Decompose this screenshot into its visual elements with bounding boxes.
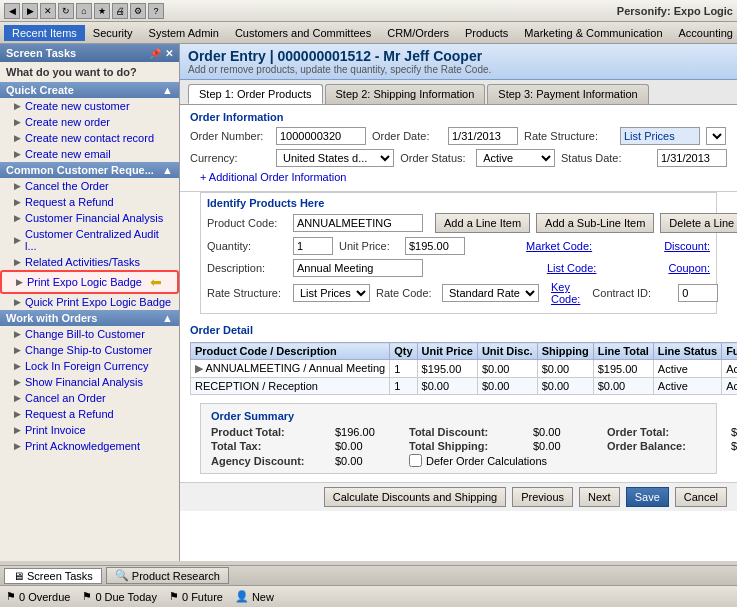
menu-system-admin[interactable]: System Admin (141, 25, 227, 41)
description-input[interactable] (293, 259, 423, 277)
menu-accounting[interactable]: Accounting (671, 25, 737, 41)
sidebar-item-financial-analysis[interactable]: ▶ Customer Financial Analysis (0, 210, 179, 226)
work-orders-collapse-icon[interactable]: ▲ (162, 312, 173, 324)
key-code-link[interactable]: Key Code: (551, 281, 580, 305)
bottom-tab-product-research-label: Product Research (132, 570, 220, 582)
defer-order-label: Defer Order Calculations (426, 455, 547, 467)
order-date-input[interactable] (448, 127, 518, 145)
save-button[interactable]: Save (626, 487, 669, 507)
status-date-input[interactable] (657, 149, 727, 167)
sidebar-item-print-expo-badge[interactable]: ▶ Print Expo Logic Badge ⬅ (0, 270, 179, 294)
defer-order-checkbox[interactable] (409, 454, 422, 467)
bottom-tab-screen-tasks-label: Screen Tasks (27, 570, 93, 582)
person-icon: 👤 (235, 590, 249, 603)
sidebar-item-create-order[interactable]: ▶ Create new order (0, 114, 179, 130)
common-requests-collapse-icon[interactable]: ▲ (162, 164, 173, 176)
discount-link[interactable]: Discount: (664, 240, 710, 252)
stop-icon[interactable]: ✕ (40, 3, 56, 19)
additional-order-info-link[interactable]: + Additional Order Information (200, 171, 717, 183)
currency-select[interactable]: United States d... (276, 149, 394, 167)
sidebar-item-label: Customer Financial Analysis (25, 212, 163, 224)
add-sub-line-item-button[interactable]: Add a Sub-Line Item (536, 213, 654, 233)
sidebar-item-label: Customer Centralized Audit l... (25, 228, 173, 252)
next-button[interactable]: Next (579, 487, 620, 507)
back-icon[interactable]: ◀ (4, 3, 20, 19)
favorites-icon[interactable]: ★ (94, 3, 110, 19)
sidebar-item-label: Show Financial Analysis (25, 376, 143, 388)
menu-crm[interactable]: CRM/Orders (379, 25, 457, 41)
print-icon[interactable]: 🖨 (112, 3, 128, 19)
sidebar-item-label: Cancel an Order (25, 392, 106, 404)
rate-structure-select[interactable]: List Prices (293, 284, 370, 302)
sidebar-item-print-invoice[interactable]: ▶ Print Invoice (0, 422, 179, 438)
home-icon[interactable]: ⌂ (76, 3, 92, 19)
contract-id-input[interactable] (678, 284, 718, 302)
forward-icon[interactable]: ▶ (22, 3, 38, 19)
bottom-tab-screen-tasks[interactable]: 🖥 Screen Tasks (4, 568, 102, 584)
total-tax-value: $0.00 (335, 440, 405, 452)
unit-price-input[interactable] (405, 237, 465, 255)
row1-unit-disc: $0.00 (477, 360, 537, 378)
menu-products[interactable]: Products (457, 25, 516, 41)
rate-structure-dropdown[interactable]: ▼ (706, 127, 726, 145)
sidebar-item-change-shipto[interactable]: ▶ Change Ship-to Customer (0, 342, 179, 358)
table-row[interactable]: RECEPTION / Reception 1 $0.00 $0.00 $0.0… (191, 378, 738, 395)
bottom-tab-product-research[interactable]: 🔍 Product Research (106, 567, 229, 584)
rate-code-label: Rate Code: (376, 287, 436, 299)
menu-security[interactable]: Security (85, 25, 141, 41)
rate-structure-input[interactable] (620, 127, 700, 145)
sidebar-item-create-contact[interactable]: ▶ Create new contact record (0, 130, 179, 146)
sidebar-item-request-refund2[interactable]: ▶ Request a Refund (0, 406, 179, 422)
menu-marketing[interactable]: Marketing & Communication (516, 25, 670, 41)
sidebar-item-create-email[interactable]: ▶ Create new email (0, 146, 179, 162)
order-detail-wrapper: Order Detail Product Code / Description … (180, 322, 737, 399)
sidebar-item-print-acknowledgement[interactable]: ▶ Print Acknowledgement (0, 438, 179, 454)
menu-customers[interactable]: Customers and Committees (227, 25, 379, 41)
sidebar-pin-icon[interactable]: 📌 (149, 48, 161, 59)
sidebar-item-lock-foreign[interactable]: ▶ Lock In Foreign Currency (0, 358, 179, 374)
row2-product: RECEPTION / Reception (191, 378, 390, 395)
overdue-label: 0 Overdue (19, 591, 70, 603)
sidebar-item-cancel-an-order[interactable]: ▶ Cancel an Order (0, 390, 179, 406)
calculate-button[interactable]: Calculate Discounts and Shipping (324, 487, 507, 507)
sidebar-item-cancel-order[interactable]: ▶ Cancel the Order (0, 178, 179, 194)
sidebar-item-label: Lock In Foreign Currency (25, 360, 149, 372)
rate-code-select[interactable]: Standard Rate (442, 284, 539, 302)
sidebar-item-quick-print-expo[interactable]: ▶ Quick Print Expo Logic Badge (0, 294, 179, 310)
product-code-input[interactable] (293, 214, 423, 232)
tab-shipping[interactable]: Step 2: Shipping Information (325, 84, 486, 104)
sidebar-close-icon[interactable]: ✕ (165, 48, 173, 59)
table-row[interactable]: ▶ ANNUALMEETING / Annual Meeting 1 $195.… (191, 360, 738, 378)
sidebar-item-centralized-audit[interactable]: ▶ Customer Centralized Audit l... (0, 226, 179, 254)
arrow-icon: ▶ (14, 257, 21, 267)
sidebar-item-related-activities[interactable]: ▶ Related Activities/Tasks (0, 254, 179, 270)
quantity-input[interactable] (293, 237, 333, 255)
settings-icon[interactable]: ⚙ (130, 3, 146, 19)
row2-line-total: $0.00 (593, 378, 653, 395)
previous-button[interactable]: Previous (512, 487, 573, 507)
add-line-item-button[interactable]: Add a Line Item (435, 213, 530, 233)
page-subtitle: Add or remove products, update the quant… (188, 64, 729, 75)
delete-line-button[interactable]: Delete a Line (660, 213, 737, 233)
order-info-row2: Currency: United States d... Order Statu… (190, 149, 727, 167)
sidebar-item-create-customer[interactable]: ▶ Create new customer (0, 98, 179, 114)
menu-recent-items[interactable]: Recent Items (4, 25, 85, 41)
sidebar-item-change-billto[interactable]: ▶ Change Bill-to Customer (0, 326, 179, 342)
order-number-input[interactable] (276, 127, 366, 145)
tab-order-products[interactable]: Step 1: Order Products (188, 84, 323, 104)
due-today-label: 0 Due Today (95, 591, 157, 603)
order-status-select[interactable]: Active (476, 149, 555, 167)
market-code-link[interactable]: Market Code: (526, 240, 592, 252)
new-status[interactable]: 👤 New (235, 590, 274, 603)
sidebar-item-show-financial[interactable]: ▶ Show Financial Analysis (0, 374, 179, 390)
cancel-button[interactable]: Cancel (675, 487, 727, 507)
coupon-link[interactable]: Coupon: (668, 262, 710, 274)
order-summary-title: Order Summary (211, 410, 706, 422)
quick-create-collapse-icon[interactable]: ▲ (162, 84, 173, 96)
tab-payment[interactable]: Step 3: Payment Information (487, 84, 648, 104)
help-icon[interactable]: ? (148, 3, 164, 19)
list-code-link[interactable]: List Code: (547, 262, 597, 274)
sidebar-item-request-refund[interactable]: ▶ Request a Refund (0, 194, 179, 210)
col-shipping: Shipping (537, 343, 593, 360)
refresh-icon[interactable]: ↻ (58, 3, 74, 19)
